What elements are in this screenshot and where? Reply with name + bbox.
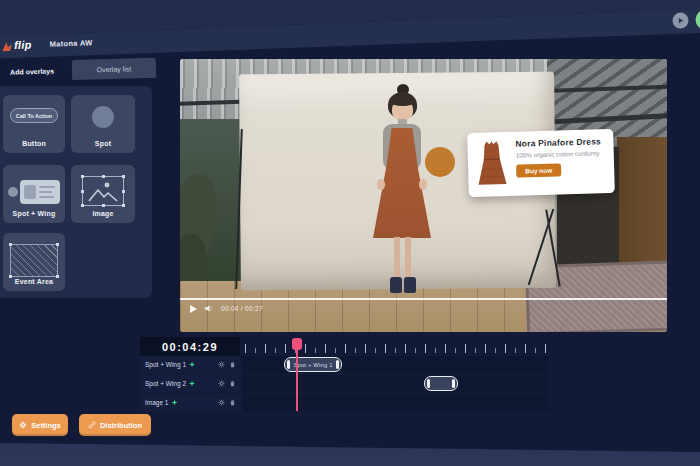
player-controls: 00:04 / 00:27 [190, 304, 263, 313]
overlay-card-label: Event Area [3, 278, 65, 285]
sparkle-icon [172, 400, 178, 406]
model-fringe [390, 98, 415, 106]
track-delete-button[interactable] [229, 399, 236, 406]
model-figure [370, 84, 434, 299]
overlay-card-label: Button [3, 140, 65, 147]
video-player[interactable]: Nora Pinafore Dress 100% organic cotton … [180, 59, 667, 332]
product-title: Nora Pinafore Dress [515, 136, 601, 148]
distribution-label: Distribution [100, 421, 142, 430]
tab-overlay-list[interactable]: Overlay list [72, 58, 157, 80]
track-label: Spot + Wing 2 [140, 375, 241, 392]
brand-logo-icon [2, 42, 12, 51]
track-name: Image 1 [145, 399, 169, 406]
track-actions [218, 380, 236, 387]
clip-handle-right[interactable] [452, 379, 455, 388]
timeline-clip-spot-wing-1[interactable]: Spot + Wing 1 [284, 357, 342, 372]
track-settings-button[interactable] [218, 399, 225, 406]
time-display: 00:04 / 00:27 [221, 305, 263, 312]
model-boot [404, 277, 416, 293]
brand-logo: flip [2, 38, 32, 51]
track-lane[interactable] [243, 394, 548, 411]
product-card-text: Nora Pinafore Dress 100% organic cotton … [515, 136, 602, 188]
overlay-card-image[interactable]: Image [71, 165, 135, 223]
tab-add-overlays[interactable]: Add overlays [10, 67, 54, 75]
clip-handle-left[interactable] [287, 360, 290, 369]
project-title: Matona AW [49, 38, 92, 49]
spot-circle-icon [92, 106, 114, 128]
model-hand [377, 179, 385, 190]
link-icon [88, 421, 96, 429]
overlay-card-label: Spot + Wing [3, 210, 65, 217]
product-card-overlay[interactable]: Nora Pinafore Dress 100% organic cotton … [467, 129, 615, 197]
clip-handle-right[interactable] [336, 360, 339, 369]
play-icon [676, 16, 684, 24]
progress-bar[interactable] [180, 298, 667, 300]
timecode-display: 00:04:29 [140, 337, 240, 356]
model-leg [405, 237, 411, 279]
hatched-area-icon [10, 244, 58, 277]
overlay-card-label: Image [71, 210, 135, 217]
track-row: Spot + Wing 1 [140, 356, 548, 373]
volume-button[interactable] [204, 304, 214, 313]
overlay-card-spot-wing[interactable]: Spot + Wing [3, 165, 65, 223]
track-delete-button[interactable] [229, 380, 236, 387]
track-delete-button[interactable] [229, 361, 236, 368]
track-lane[interactable] [243, 375, 548, 392]
track-name: Spot + Wing 1 [145, 361, 186, 368]
track-label: Spot + Wing 1 [140, 356, 241, 373]
sparkle-icon [189, 362, 195, 368]
playhead[interactable] [292, 338, 302, 350]
settings-label: Settings [31, 421, 61, 430]
track-actions [218, 399, 236, 406]
sparkle-icon [189, 381, 195, 387]
timeline-ruler[interactable] [245, 340, 548, 353]
brand-name: flip [14, 38, 32, 51]
overlay-card-label: Spot [71, 140, 135, 147]
gear-icon [19, 421, 27, 429]
image-frame-icon [82, 176, 124, 206]
overlay-card-button[interactable]: Call To Action Button [3, 95, 65, 153]
preview-play-button[interactable] [672, 12, 689, 29]
settings-button[interactable]: Settings [12, 414, 68, 436]
header-bar: flip Matona AW [0, 6, 700, 59]
spot-overlay[interactable] [425, 147, 455, 177]
model-boot [390, 277, 402, 293]
approve-button[interactable] [695, 9, 700, 30]
track-label: Image 1 [140, 394, 241, 411]
track-row: Spot + Wing 2 [140, 375, 548, 392]
product-thumbnail [475, 139, 508, 188]
overlay-card-event-area[interactable]: Event Area [3, 233, 65, 291]
track-actions [218, 361, 236, 368]
track-settings-button[interactable] [218, 380, 225, 387]
overlay-card-spot[interactable]: Spot [71, 95, 135, 153]
header-actions [672, 9, 700, 31]
mountain-icon [83, 177, 123, 205]
distribution-button[interactable]: Distribution [79, 414, 151, 436]
spot-wing-icon [8, 180, 60, 204]
clip-handle-left[interactable] [427, 379, 430, 388]
model-leg [394, 237, 400, 279]
app-window: flip Matona AW Add overlays Overlay list… [0, 0, 700, 466]
product-subtitle: 100% organic cotton corduroy [516, 149, 602, 158]
wood-column [617, 137, 667, 267]
track-row: Image 1 [140, 394, 548, 411]
track-settings-button[interactable] [218, 361, 225, 368]
track-name: Spot + Wing 2 [145, 380, 186, 387]
play-button[interactable] [190, 305, 197, 313]
sidebar-tabs: Add overlays Overlay list [0, 55, 165, 84]
timeline-clip-spot-wing-2[interactable] [424, 376, 458, 391]
cta-pill-icon: Call To Action [10, 108, 58, 123]
model-hand [419, 179, 427, 190]
buy-now-button[interactable]: Buy now [516, 163, 561, 177]
clip-label: Spot + Wing 1 [293, 362, 332, 368]
